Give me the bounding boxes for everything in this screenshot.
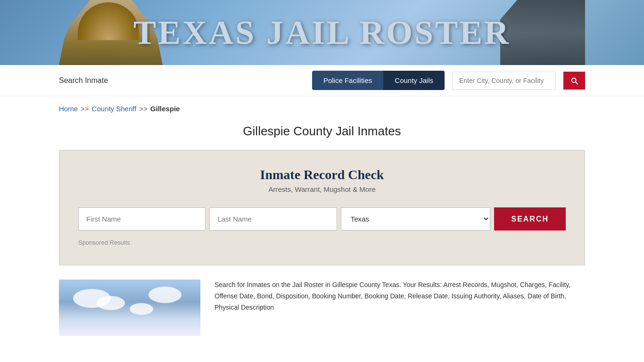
cloud-4: [149, 287, 182, 303]
bottom-section: Search for Inmates on the Jail Roster in…: [0, 265, 644, 346]
bottom-description: Search for Inmates on the Jail Roster in…: [215, 280, 585, 313]
record-check-subtitle: Arrests, Warrant, Mugshot & More: [78, 185, 566, 193]
cloud-2: [97, 296, 125, 310]
breadcrumb-home[interactable]: Home: [59, 105, 78, 113]
nav-tabs: Police Facilities County Jails: [312, 71, 445, 90]
tab-county-jails[interactable]: County Jails: [383, 71, 445, 90]
last-name-input[interactable]: [209, 207, 337, 230]
sponsored-results-label: Sponsored Results: [78, 239, 566, 246]
keys-overlay: [500, 0, 585, 65]
breadcrumb-county-sheriff[interactable]: County Sheriff: [92, 105, 137, 113]
record-check-box: Inmate Record Check Arrests, Warrant, Mu…: [59, 150, 585, 265]
cloud-3: [130, 303, 153, 315]
nav-bar: Search Inmate Police Facilities County J…: [0, 65, 644, 96]
record-check-title: Inmate Record Check: [78, 167, 566, 182]
search-facility-button[interactable]: [563, 72, 585, 90]
breadcrumb-current: Gillespie: [150, 105, 180, 113]
site-title: Texas Jail Roster: [133, 13, 511, 52]
bottom-image: [59, 280, 200, 336]
page-title: Gillespie County Jail Inmates: [0, 124, 644, 139]
search-facility-input[interactable]: [452, 72, 556, 90]
search-icon: [570, 76, 578, 85]
breadcrumb: Home >> County Sheriff >> Gillespie: [0, 96, 644, 116]
search-inmate-label: Search Inmate: [59, 76, 108, 85]
tab-police-facilities[interactable]: Police Facilities: [312, 71, 383, 90]
inmate-search-button[interactable]: SEARCH: [494, 207, 566, 230]
first-name-input[interactable]: [78, 207, 206, 230]
state-select[interactable]: AlabamaAlaskaArizonaArkansasCaliforniaCo…: [341, 207, 491, 230]
inmate-search-form: AlabamaAlaskaArizonaArkansasCaliforniaCo…: [78, 207, 566, 230]
header-banner: Texas Jail Roster: [0, 0, 644, 65]
breadcrumb-sep2: >>: [139, 105, 148, 113]
breadcrumb-sep1: >>: [81, 105, 89, 113]
